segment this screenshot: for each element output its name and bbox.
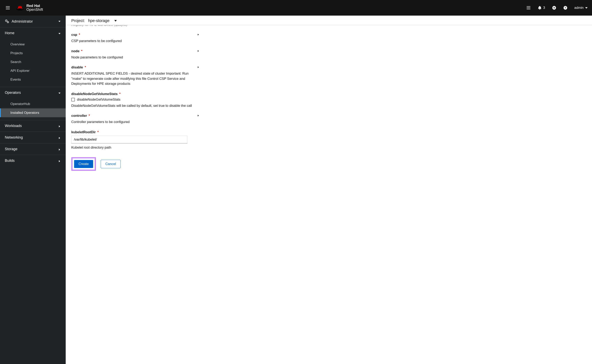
kubeletrootdir-input[interactable] [71,136,188,143]
svg-point-2 [18,6,22,8]
perspective-switcher[interactable]: Administrator [0,16,66,27]
field-title: csp [71,33,77,37]
cancel-button[interactable]: Cancel [101,160,121,168]
user-menu-button[interactable]: admin [574,6,588,10]
svg-point-16 [6,20,7,21]
nav-section-label: Storage [5,147,17,151]
field-title: disable [71,65,83,69]
chevron-right-icon [58,125,61,127]
cogs-icon [5,19,9,24]
field-disablenodegetvolumestats-header: disableNodeGetVolumeStats * [71,92,200,96]
notifications-button[interactable]: 3 [538,6,545,10]
chevron-down-icon [58,91,61,94]
brand-line2: OpenShift [27,8,43,12]
sidebar: Administrator Home Overview Projects Sea… [0,16,66,364]
field-title: disableNodeGetVolumeStats [71,92,118,96]
sidebar-item-events[interactable]: Events [0,75,66,84]
sidebar-item-overview[interactable]: Overview [0,40,66,49]
svg-rect-9 [527,9,528,10]
svg-rect-4 [528,6,529,7]
nav-toggle-button[interactable] [3,3,13,13]
redhat-fedora-icon [16,5,24,11]
svg-rect-3 [527,6,528,7]
create-button-highlight: Create [71,157,96,171]
nav-section-label: Home [5,31,14,35]
grid-icon [526,6,531,10]
user-label: admin [574,6,584,10]
import-button[interactable] [552,6,556,10]
caret-down-icon [58,20,61,23]
help-button[interactable]: ? [563,6,568,10]
required-asterisk: * [81,49,82,53]
required-asterisk: * [119,92,121,96]
required-asterisk: * [97,130,99,134]
field-description: Kubelet root directory path [71,145,200,150]
field-description: Controller parameters to be configured [71,119,200,125]
masthead: Red Hat OpenShift 3 ? admin [0,0,592,16]
main-content: Project: hpe-storage Registry for HPE CS… [66,16,592,364]
chevron-right-icon [197,65,200,69]
chevron-right-icon [58,136,61,139]
sidebar-item-api-explorer[interactable]: API Explorer [0,66,66,75]
brand[interactable]: Red Hat OpenShift [16,4,43,12]
svg-rect-11 [530,9,530,10]
sidebar-item-projects[interactable]: Projects [0,49,66,58]
required-asterisk: * [85,65,86,69]
sidebar-item-operatorhub[interactable]: OperatorHub [0,100,66,108]
svg-rect-7 [528,7,529,8]
plus-circle-icon [552,6,556,10]
caret-down-icon [585,7,588,9]
project-prefix: Project: [71,18,85,23]
svg-text:?: ? [565,6,566,9]
project-value: hpe-storage [88,18,109,23]
chevron-right-icon [197,33,200,37]
svg-rect-6 [527,7,528,8]
field-controller-header[interactable]: controller * [71,114,200,118]
nav-section-label: Networking [5,135,23,140]
field-disable-header[interactable]: disable * [71,65,200,69]
perspective-label: Administrator [12,20,33,24]
sidebar-item-search[interactable]: Search [0,58,66,66]
disablenodegetvolumestats-checkbox[interactable]: disableNodeGetVolumeStats [71,98,200,102]
chevron-right-icon [58,148,61,151]
field-title: kubeletRootDir [71,130,96,134]
field-description: Node parameters to be configured [71,55,200,60]
field-title: controller [71,114,87,117]
svg-rect-5 [530,6,530,7]
nav-section-home[interactable]: Home [0,27,66,39]
create-button[interactable]: Create [74,160,93,168]
field-csp-header[interactable]: csp * [71,33,200,37]
field-title: node [71,49,80,53]
checkbox-icon [71,98,75,101]
sidebar-item-installed-operators[interactable]: Installed Operators [0,108,66,117]
nav-section-label: Operators [5,91,21,95]
clipped-previous-field-desc: Registry for HPE CSI Driver (quay.io) [71,25,586,27]
field-node-header[interactable]: node * [71,49,200,53]
nav-section-label: Workloads [5,124,22,128]
chevron-right-icon [197,114,200,117]
required-asterisk: * [89,114,90,117]
field-description: CSP parameters to be configured [71,39,200,44]
question-circle-icon: ? [563,6,568,10]
nav-section-label: Builds [5,159,15,163]
chevron-right-icon [197,49,200,53]
field-description: DisableNodeGetVolumeStats will be called… [71,103,200,108]
svg-point-18 [8,22,8,22]
chevron-down-icon [58,32,61,35]
svg-rect-8 [530,7,530,8]
app-launcher-button[interactable] [526,6,531,10]
project-bar: Project: hpe-storage [66,16,592,25]
required-asterisk: * [79,33,80,36]
chevron-right-icon [58,159,61,162]
checkbox-label: disableNodeGetVolumeStats [77,98,120,102]
nav-section-storage[interactable]: Storage [0,143,66,155]
nav-section-networking[interactable]: Networking [0,132,66,143]
bell-icon [538,6,542,10]
nav-section-builds[interactable]: Builds [0,155,66,166]
field-description: INSERT ADDITIONAL SPEC FIELDS - desired … [71,71,200,86]
svg-rect-10 [528,9,529,10]
nav-section-workloads[interactable]: Workloads [0,120,66,132]
nav-section-operators[interactable]: Operators [0,87,66,98]
field-kubeletrootdir-header: kubeletRootDir * [71,130,200,134]
project-selector[interactable]: Project: hpe-storage [71,18,117,23]
